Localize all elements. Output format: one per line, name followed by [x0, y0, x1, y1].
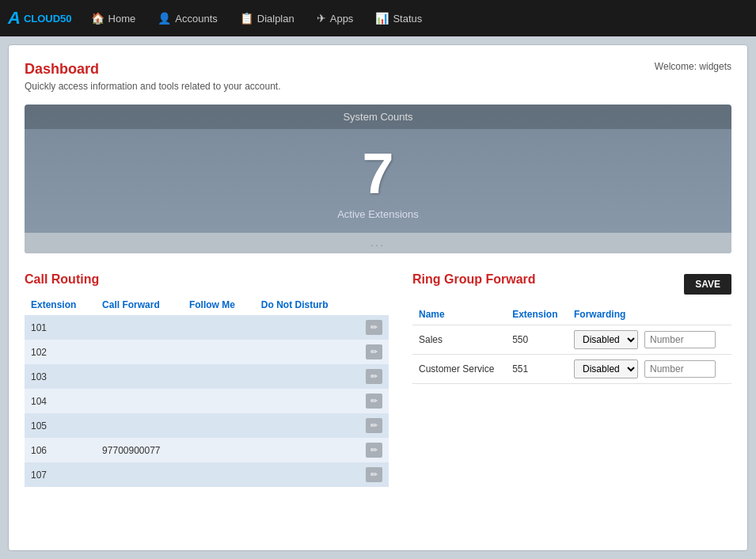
table-row: 101 ✏: [25, 315, 389, 340]
ring-group-header: Ring Group Forward SAVE: [412, 272, 731, 296]
col-call-forward: Call Forward: [96, 296, 183, 315]
ext-number: 101: [25, 315, 96, 340]
brand-logo: A: [8, 8, 21, 29]
edit-cell: ✏: [353, 364, 389, 389]
edit-button[interactable]: ✏: [366, 443, 382, 458]
edit-cell: ✏: [353, 340, 389, 364]
welcome-text: Welcome: widgets: [655, 61, 731, 72]
rg-forwarding-cell: Disabled Enabled: [568, 325, 731, 355]
page-header: Dashboard Quickly access information and…: [25, 61, 731, 92]
rg-extension: 550: [506, 325, 568, 355]
ring-group-table: Name Extension Forwarding Sales 550 Disa…: [412, 306, 731, 384]
follow-me-val: [183, 462, 255, 487]
forwarding-select[interactable]: Disabled Enabled: [574, 330, 638, 349]
edit-cell: ✏: [353, 315, 389, 340]
edit-button[interactable]: ✏: [366, 467, 382, 482]
ring-group-header-row: Name Extension Forwarding: [412, 306, 731, 325]
active-extensions-count: 7: [362, 145, 393, 202]
call-forward-val: [96, 413, 183, 438]
edit-cell: ✏: [353, 413, 389, 438]
dnd-val: [255, 389, 353, 413]
status-icon: 📊: [375, 12, 389, 25]
call-forward-val: [96, 315, 183, 340]
nav-status[interactable]: 📊 Status: [364, 0, 433, 36]
call-routing-header-row: Extension Call Forward Follow Me Do Not …: [25, 296, 389, 315]
dnd-val: [255, 315, 353, 340]
table-row: 103 ✏: [25, 364, 389, 389]
table-row: 102 ✏: [25, 340, 389, 364]
table-row: 104 ✏: [25, 389, 389, 413]
ext-number: 104: [25, 389, 96, 413]
save-button[interactable]: SAVE: [684, 274, 731, 295]
table-row: 107 ✏: [25, 462, 389, 487]
ring-group-section: Ring Group Forward SAVE Name Extension F…: [412, 272, 731, 384]
apps-icon: ✈: [317, 12, 326, 25]
dialplan-icon: 📋: [240, 12, 253, 25]
call-routing-section: Call Routing Extension Call Forward Foll…: [25, 272, 389, 487]
follow-me-val: [183, 364, 255, 389]
follow-me-val: [183, 340, 255, 364]
edit-button[interactable]: ✏: [366, 418, 382, 433]
edit-button[interactable]: ✏: [366, 344, 382, 359]
edit-cell: ✏: [353, 462, 389, 487]
col-extension: Extension: [25, 296, 96, 315]
ext-number: 106: [25, 438, 96, 462]
rg-col-forwarding: Forwarding: [568, 306, 731, 325]
call-routing-table: Extension Call Forward Follow Me Do Not …: [25, 296, 389, 487]
page-title: Dashboard: [25, 61, 281, 78]
page-header-left: Dashboard Quickly access information and…: [25, 61, 281, 92]
accounts-icon: 👤: [158, 12, 171, 25]
nav-apps[interactable]: ✈ Apps: [306, 0, 365, 36]
nav-accounts[interactable]: 👤 Accounts: [146, 0, 228, 36]
number-input[interactable]: [644, 331, 716, 348]
navbar: A CLOUD50 🏠 Home 👤 Accounts 📋 Dialplan ✈…: [0, 0, 756, 36]
main-container: Dashboard Quickly access information and…: [8, 44, 748, 551]
call-forward-val: [96, 340, 183, 364]
call-forward-val: [96, 364, 183, 389]
rg-col-name: Name: [412, 306, 506, 325]
page-subtitle: Quickly access information and tools rel…: [25, 81, 281, 92]
edit-button[interactable]: ✏: [366, 320, 382, 335]
home-icon: 🏠: [91, 12, 104, 25]
follow-me-val: [183, 315, 255, 340]
call-forward-val: [96, 389, 183, 413]
edit-cell: ✏: [353, 438, 389, 462]
follow-me-val: [183, 389, 255, 413]
rg-col-extension: Extension: [506, 306, 568, 325]
ring-group-title: Ring Group Forward: [412, 272, 536, 287]
call-forward-val: 97700900077: [96, 438, 183, 462]
list-item: Sales 550 Disabled Enabled: [412, 325, 731, 355]
table-row: 105 ✏: [25, 413, 389, 438]
number-input[interactable]: [644, 360, 716, 378]
edit-button[interactable]: ✏: [366, 369, 382, 384]
rg-name: Customer Service: [412, 355, 506, 384]
system-counts-box: System Counts 7 Active Extensions ...: [25, 105, 731, 253]
dnd-val: [255, 438, 353, 462]
rg-extension: 551: [506, 355, 568, 384]
table-row: 106 97700900077 ✏: [25, 438, 389, 462]
system-counts-header: System Counts: [25, 105, 731, 129]
nav-home[interactable]: 🏠 Home: [80, 0, 147, 36]
nav-dialplan[interactable]: 📋 Dialplan: [229, 0, 306, 36]
dots-row: ...: [25, 233, 731, 253]
col-do-not-disturb: Do Not Disturb: [255, 296, 353, 315]
rg-forwarding-cell: Disabled Enabled: [568, 355, 731, 384]
dnd-val: [255, 413, 353, 438]
edit-cell: ✏: [353, 389, 389, 413]
col-follow-me: Follow Me: [183, 296, 255, 315]
call-forward-val: [96, 462, 183, 487]
system-counts-body: 7 Active Extensions: [25, 129, 731, 233]
dnd-val: [255, 364, 353, 389]
brand-text: CLOUD50: [24, 13, 72, 25]
brand[interactable]: A CLOUD50: [8, 8, 72, 29]
edit-button[interactable]: ✏: [366, 394, 382, 409]
follow-me-val: [183, 438, 255, 462]
ext-number: 103: [25, 364, 96, 389]
dnd-val: [255, 462, 353, 487]
forwarding-select[interactable]: Disabled Enabled: [574, 359, 638, 378]
list-item: Customer Service 551 Disabled Enabled: [412, 355, 731, 384]
call-routing-title: Call Routing: [25, 272, 389, 287]
rg-name: Sales: [412, 325, 506, 355]
ext-number: 102: [25, 340, 96, 364]
follow-me-val: [183, 413, 255, 438]
